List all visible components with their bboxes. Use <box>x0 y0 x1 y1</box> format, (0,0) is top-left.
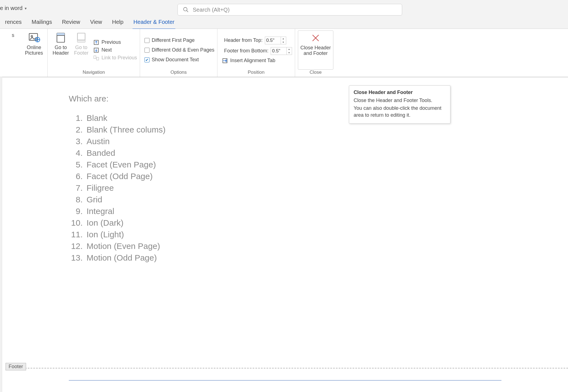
ribbon-tabs: rences Mailings Review View Help Header … <box>0 16 568 29</box>
link-to-previous-button: Link to Previous <box>93 55 137 61</box>
checkbox-icon <box>144 48 149 53</box>
previous-icon <box>93 39 99 45</box>
svg-line-1 <box>187 11 188 12</box>
next-icon <box>93 47 99 53</box>
svg-rect-9 <box>77 40 85 42</box>
close-icon <box>310 32 322 44</box>
search-icon <box>183 7 189 13</box>
spinner-down-icon[interactable]: ▾ <box>281 40 286 44</box>
different-first-page-checkbox[interactable]: Different First Page <box>144 37 214 43</box>
online-pictures-icon <box>28 32 40 44</box>
close-header-footer-tooltip: Close Header and Footer Close the Header… <box>349 85 450 124</box>
goto-footer-icon <box>75 32 87 44</box>
list-item: 1.Blank <box>69 113 568 123</box>
checkbox-checked-icon <box>144 57 149 62</box>
list-item: 5.Facet (Even Page) <box>69 160 568 169</box>
svg-rect-6 <box>57 33 65 35</box>
document-body: Which are: 1.Blank2.Blank (Three colums)… <box>2 94 568 263</box>
tab-mailings[interactable]: Mailings <box>27 17 57 27</box>
page: Which are: 1.Blank2.Blank (Three colums)… <box>2 77 568 392</box>
document-name[interactable]: e in word ▾ <box>0 5 27 11</box>
tooltip-line2: You can also double-click the document a… <box>354 105 446 118</box>
insert-alignment-tab-button[interactable]: Insert Alignment Tab <box>222 58 292 64</box>
tab-references[interactable]: rences <box>0 17 27 27</box>
search-input[interactable]: Search (Alt+Q) <box>178 4 402 16</box>
chevron-down-icon: ▾ <box>25 6 27 11</box>
svg-rect-14 <box>97 57 99 60</box>
ribbon: s Online Pictures Go to <box>0 29 568 77</box>
spinner-up-icon[interactable]: ▴ <box>287 47 292 51</box>
titlebar: e in word ▾ Search (Alt+Q) <box>0 0 568 16</box>
list-item: 2.Blank (Three colums) <box>69 125 568 134</box>
goto-header-icon <box>55 32 67 44</box>
group-label-close: Close <box>298 70 333 76</box>
footer-area[interactable]: OfficeDemy <box>69 380 501 392</box>
document-name-text: e in word <box>0 5 22 11</box>
list-item: 8.Grid <box>69 195 568 204</box>
online-pictures-button[interactable]: Online Pictures <box>23 30 45 70</box>
tab-view[interactable]: View <box>85 17 107 27</box>
spinner-down-icon[interactable]: ▾ <box>287 51 292 55</box>
tab-review[interactable]: Review <box>57 17 85 27</box>
pictures-button-frag[interactable]: s <box>3 30 23 70</box>
tab-help[interactable]: Help <box>107 17 128 27</box>
header-from-top-row: Header from Top: ▴▾ <box>222 37 292 44</box>
svg-point-0 <box>184 7 187 11</box>
list-item: 12.Motion (Even Page) <box>69 241 568 251</box>
group-label-options: Options <box>143 70 214 76</box>
alignment-tab-icon <box>222 58 228 64</box>
list-item: 3.Austin <box>69 137 568 146</box>
group-label-position: Position <box>220 70 292 76</box>
next-button[interactable]: Next <box>93 47 137 53</box>
footer-rule <box>69 380 501 381</box>
group-label-navigation: Navigation <box>50 70 137 76</box>
list-item: 7.Filigree <box>69 183 568 193</box>
search-placeholder: Search (Alt+Q) <box>193 7 230 13</box>
footer-boundary <box>6 368 568 368</box>
footer-tag: Footer <box>6 363 26 370</box>
header-from-top-input[interactable] <box>265 38 281 43</box>
list-item: 6.Facet (Odd Page) <box>69 172 568 181</box>
footer-from-bottom-input[interactable] <box>271 48 286 54</box>
different-odd-even-checkbox[interactable]: Different Odd & Even Pages <box>144 47 214 53</box>
list-item: 9.Integral <box>69 207 568 216</box>
goto-footer-button: Go to Footer <box>71 30 92 70</box>
spinner-up-icon[interactable]: ▴ <box>281 37 286 40</box>
header-from-top-spinner[interactable]: ▴▾ <box>265 37 286 44</box>
list-item: 11.Ion (Light) <box>69 230 568 239</box>
body-heading: Which are: <box>69 94 568 103</box>
group-label-blank <box>3 70 45 76</box>
show-document-text-checkbox[interactable]: Show Document Text <box>144 57 214 63</box>
list-item: 13.Motion (Odd Page) <box>69 253 568 263</box>
list-item: 10.Ion (Dark) <box>69 218 568 228</box>
close-header-footer-button[interactable]: Close Header and Footer <box>298 30 333 70</box>
previous-button[interactable]: Previous <box>93 39 137 45</box>
tab-header-footer[interactable]: Header & Footer <box>128 17 179 27</box>
footer-from-bottom-row: Footer from Bottom: ▴▾ <box>222 47 292 55</box>
svg-rect-13 <box>94 56 96 58</box>
tooltip-title: Close Header and Footer <box>354 90 446 95</box>
goto-header-button[interactable]: Go to Header <box>50 30 71 70</box>
checkbox-icon <box>144 38 149 43</box>
link-icon <box>93 55 99 61</box>
document-area[interactable]: Which are: 1.Blank2.Blank (Three colums)… <box>0 77 568 392</box>
svg-point-3 <box>31 35 33 37</box>
footer-from-bottom-spinner[interactable]: ▴▾ <box>271 47 292 55</box>
body-list: 1.Blank2.Blank (Three colums)3.Austin4.B… <box>69 113 568 263</box>
tooltip-line1: Close the Header and Footer Tools. <box>354 97 446 104</box>
list-item: 4.Banded <box>69 148 568 158</box>
